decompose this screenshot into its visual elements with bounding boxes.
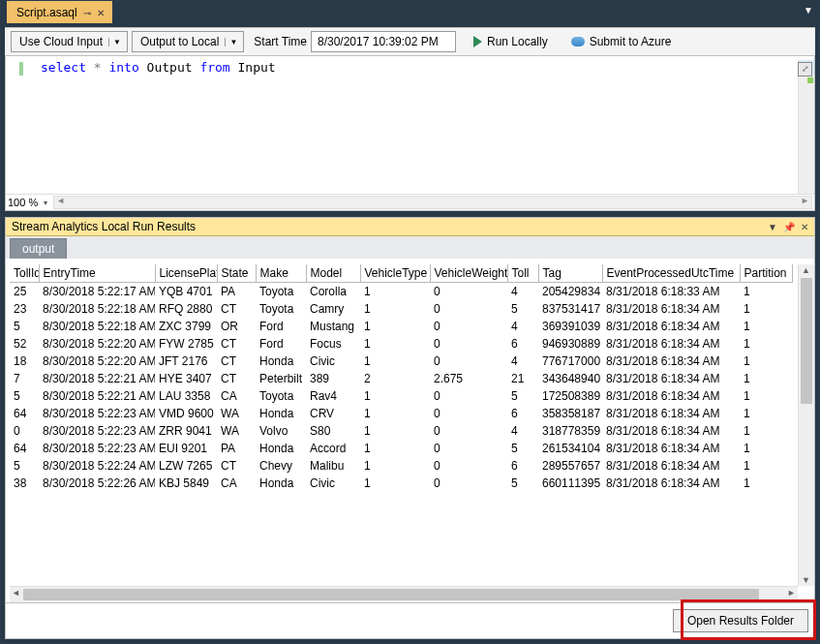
submit-to-azure-button[interactable]: Submit to Azure	[565, 33, 678, 50]
split-editor-icon[interactable]: ⤢	[798, 62, 812, 77]
cell: 1	[740, 387, 792, 405]
grid-header-row[interactable]: TollIdEntryTimeLicensePlateStateMakeMode…	[10, 264, 792, 283]
cell: 8/30/2018 5:22:23 AM	[39, 440, 155, 457]
toolbar: Use Cloud Input ▼ Output to Local ▼ Star…	[5, 27, 815, 56]
cell: Malibu	[306, 457, 360, 475]
column-vehicleweight[interactable]: VehicleWeight	[430, 264, 507, 283]
chevron-down-icon[interactable]: ▼	[225, 38, 241, 46]
open-results-folder-button[interactable]: Open Results Folder	[673, 609, 808, 632]
table-row[interactable]: 528/30/2018 5:22:20 AMFYW 2785CTFordFocu…	[10, 335, 792, 353]
cell: 8/31/2018 6:18:34 AM	[602, 457, 740, 475]
pin-icon[interactable]: ⊸	[83, 8, 91, 18]
zoom-dropdown[interactable]: ▾	[42, 199, 49, 207]
chevron-down-icon[interactable]: ▼	[108, 38, 125, 46]
cell: 8/30/2018 5:22:17 AM	[39, 283, 155, 301]
results-grid[interactable]: TollIdEntryTimeLicensePlateStateMakeMode…	[10, 264, 793, 492]
column-model[interactable]: Model	[306, 264, 360, 283]
cell: 660111395	[538, 475, 602, 492]
cell: 0	[430, 475, 507, 492]
panel-dropdown-icon[interactable]: ▼	[768, 222, 777, 232]
cell: 1	[360, 422, 430, 440]
table-row[interactable]: 648/30/2018 5:22:23 AMVMD 9600WAHondaCRV…	[10, 405, 792, 422]
cell: 343648940	[538, 370, 602, 387]
use-cloud-input-dropdown[interactable]: Use Cloud Input ▼	[11, 31, 128, 52]
cell: 0	[430, 422, 507, 440]
cell: 261534104	[538, 440, 602, 457]
tab-script-asaql[interactable]: Script.asaql ⊸ ✕	[7, 1, 112, 23]
column-tag[interactable]: Tag	[538, 264, 602, 283]
tab-output[interactable]: output	[10, 238, 67, 259]
cell: 0	[430, 457, 507, 475]
cell: LAU 3358	[155, 387, 217, 405]
editor-gutter	[6, 60, 27, 194]
table-row[interactable]: 388/30/2018 5:22:26 AMKBJ 5849CAHondaCiv…	[10, 475, 792, 492]
column-licenseplate[interactable]: LicensePlate	[155, 264, 217, 283]
pin-icon[interactable]: 📌	[783, 222, 795, 232]
cell: 38	[10, 475, 39, 492]
close-icon[interactable]: ✕	[97, 8, 105, 18]
cell: 1	[740, 422, 792, 440]
column-vehicletype[interactable]: VehicleType	[360, 264, 430, 283]
editor-vertical-scrollbar[interactable]: ⤢	[798, 60, 814, 194]
cell: 1	[360, 440, 430, 457]
editor-status-strip: 100 % ▾	[6, 194, 814, 210]
column-partition[interactable]: Partition	[740, 264, 792, 283]
cell: 1	[360, 353, 430, 370]
editor-horizontal-scrollbar[interactable]	[53, 196, 812, 209]
cell: 358358187	[538, 405, 602, 422]
column-tollid[interactable]: TollId	[10, 264, 39, 283]
table-row[interactable]: 58/30/2018 5:22:24 AMLZW 7265CTChevyMali…	[10, 457, 792, 475]
code-editor[interactable]: select * into Output from Input ⤢ 100 % …	[5, 56, 815, 211]
column-eventprocessedutctime[interactable]: EventProcessedUtcTime	[602, 264, 740, 283]
cell: 8/31/2018 6:18:33 AM	[602, 283, 740, 301]
table-row[interactable]: 58/30/2018 5:22:21 AMLAU 3358CAToyotaRav…	[10, 387, 792, 405]
cell: 0	[430, 335, 507, 353]
column-toll[interactable]: Toll	[507, 264, 538, 283]
cell: CT	[217, 300, 256, 318]
column-state[interactable]: State	[217, 264, 256, 283]
cell: 64	[10, 405, 39, 422]
cell: 0	[430, 318, 507, 335]
cell: 5	[507, 387, 538, 405]
cell: YQB 4701	[155, 283, 217, 301]
table-row[interactable]: 08/30/2018 5:22:23 AMZRR 9041WAVolvoS801…	[10, 422, 792, 440]
cell: 946930889	[538, 335, 602, 353]
cell: ZXC 3799	[155, 318, 217, 335]
table-row[interactable]: 648/30/2018 5:22:23 AMEUI 9201PAHondaAcc…	[10, 440, 792, 457]
grid-horizontal-scrollbar[interactable]: ◄►	[10, 586, 798, 602]
cell: 1	[740, 353, 792, 370]
cell: 8/30/2018 5:22:21 AM	[39, 370, 155, 387]
cell: 1	[360, 300, 430, 318]
cell: S80	[306, 422, 360, 440]
cell: 21	[507, 370, 538, 387]
close-icon[interactable]: ✕	[801, 222, 808, 232]
run-locally-button[interactable]: Run Locally	[468, 33, 554, 50]
cell: Honda	[256, 353, 306, 370]
table-row[interactable]: 238/30/2018 5:22:18 AMRFQ 2880CTToyotaCa…	[10, 300, 792, 318]
output-to-local-dropdown[interactable]: Output to Local ▼	[132, 31, 244, 52]
cell: Ford	[256, 318, 306, 335]
tabbar-overflow-dropdown[interactable]: ▼	[798, 1, 819, 23]
table-row[interactable]: 258/30/2018 5:22:17 AMYQB 4701PAToyotaCo…	[10, 283, 792, 301]
run-locally-label: Run Locally	[487, 35, 548, 48]
column-make[interactable]: Make	[256, 264, 306, 283]
table-row[interactable]: 188/30/2018 5:22:20 AMJFT 2176CTHondaCiv…	[10, 353, 792, 370]
cell: 1	[740, 440, 792, 457]
code-line-1[interactable]: select * into Output from Input	[27, 60, 276, 194]
cell: 205429834	[538, 283, 602, 301]
cell: 776717000	[538, 353, 602, 370]
grid-vertical-scrollbar[interactable]: ▲▼	[798, 264, 814, 586]
table-row[interactable]: 78/30/2018 5:22:21 AMHYE 3407CTPeterbilt…	[10, 370, 792, 387]
start-time-input[interactable]: 8/30/2017 10:39:02 PM	[311, 31, 456, 52]
table-row[interactable]: 58/30/2018 5:22:18 AMZXC 3799ORFordMusta…	[10, 318, 792, 335]
cell: 25	[10, 283, 39, 301]
cell: 1	[740, 335, 792, 353]
cell: Toyota	[256, 300, 306, 318]
cell: 6	[507, 405, 538, 422]
column-entrytime[interactable]: EntryTime	[39, 264, 155, 283]
cell: 6	[507, 335, 538, 353]
cell: Peterbilt	[256, 370, 306, 387]
cell: 1	[740, 283, 792, 301]
cell: 172508389	[538, 387, 602, 405]
cell: 8/30/2018 5:22:23 AM	[39, 422, 155, 440]
